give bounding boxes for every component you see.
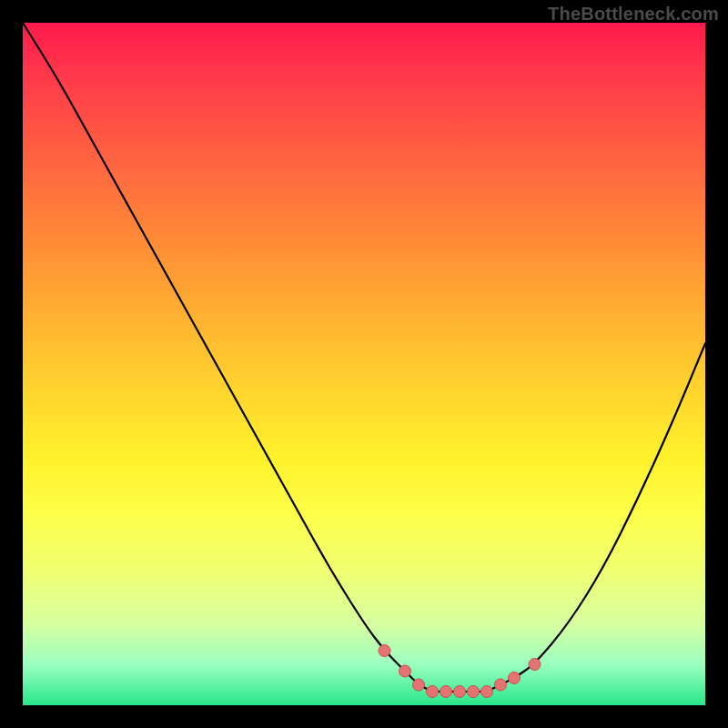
plot-area xyxy=(23,23,705,705)
watermark-text: TheBottleneck.com xyxy=(548,4,719,25)
curve-marker xyxy=(509,672,521,684)
curve-marker xyxy=(468,686,480,698)
curve-marker xyxy=(440,686,452,698)
curve-marker xyxy=(454,686,466,698)
curve-marker xyxy=(481,686,493,698)
curve-marker xyxy=(413,679,425,691)
marker-group xyxy=(379,645,541,698)
bottleneck-curve xyxy=(23,23,705,692)
curve-marker xyxy=(529,659,541,671)
curve-marker xyxy=(495,679,507,691)
curve-marker xyxy=(379,645,390,657)
curve-marker xyxy=(399,665,411,677)
curve-marker xyxy=(427,686,439,698)
chart-frame: TheBottleneck.com xyxy=(0,0,728,728)
chart-svg xyxy=(23,23,705,705)
